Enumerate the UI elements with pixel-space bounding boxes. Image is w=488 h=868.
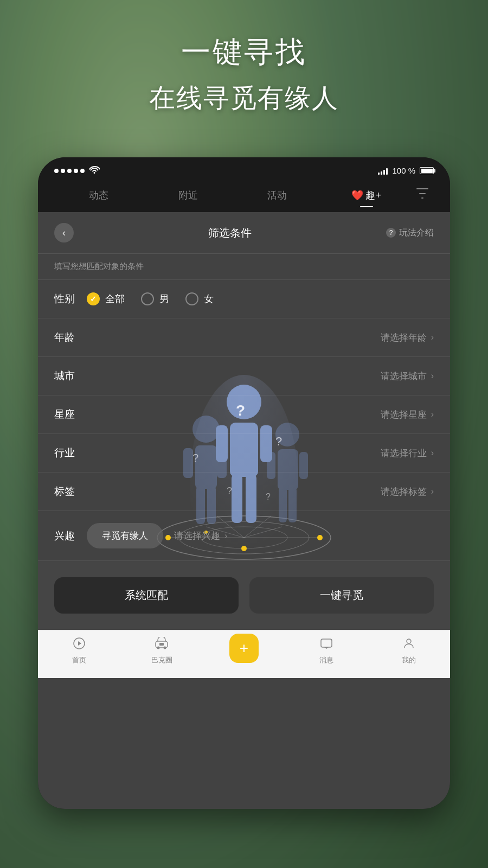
bar4 — [386, 168, 388, 175]
home-icon — [73, 637, 86, 653]
gender-male[interactable]: 男 — [141, 292, 169, 305]
svg-point-41 — [164, 647, 166, 649]
tags-label: 标签 — [54, 484, 87, 499]
zodiac-chevron: › — [431, 410, 434, 419]
dot2 — [61, 169, 65, 173]
zodiac-label: 星座 — [54, 407, 87, 422]
filter-icon[interactable] — [411, 185, 434, 206]
header-line1: 一键寻找 — [0, 33, 488, 72]
dot5 — [80, 169, 85, 173]
age-label: 年龄 — [54, 330, 87, 344]
panel-subtitle: 填写您想匹配对象的条件 — [38, 254, 450, 280]
help-icon: ? — [386, 228, 396, 238]
gender-options: ✓ 全部 男 女 — [87, 292, 434, 305]
search-button[interactable]: 一键寻觅 — [249, 577, 434, 614]
dot1 — [54, 169, 59, 173]
filter-row-industry[interactable]: 行业 请选择行业 › — [38, 434, 450, 473]
match-button[interactable]: 系统匹配 — [54, 577, 239, 614]
tab-dongtai[interactable]: 动态 — [54, 186, 144, 205]
tab-fujin[interactable]: 附近 — [144, 186, 233, 205]
plus-button[interactable]: + — [229, 634, 259, 663]
nav-message[interactable]: 消息 — [285, 637, 368, 665]
nav-message-label: 消息 — [319, 655, 333, 665]
gender-all[interactable]: ✓ 全部 — [87, 292, 125, 305]
svg-rect-42 — [159, 643, 164, 646]
svg-rect-43 — [321, 639, 332, 647]
back-button[interactable]: ‹ — [54, 223, 74, 242]
signal-bars — [378, 167, 388, 175]
interest-chevron: › — [224, 531, 227, 541]
main-panel: ‹ 筛选条件 ? 玩法介绍 填写您想匹配对象的条件 — [38, 212, 450, 809]
tab-huodong[interactable]: 活动 — [233, 186, 322, 205]
filter-row-tags[interactable]: 标签 请选择标签 › — [38, 473, 450, 511]
bar1 — [378, 173, 380, 175]
heart-icon: ❤️ — [351, 189, 363, 201]
industry-label: 行业 — [54, 446, 87, 460]
dot4 — [74, 169, 78, 173]
tab-quplus-content: ❤️ 趣+ — [322, 189, 412, 202]
dot3 — [67, 169, 72, 173]
radio-female — [185, 292, 198, 305]
interest-label: 兴趣 — [54, 529, 87, 543]
phone-mockup: 100 % 动态 附近 活动 ❤️ 趣+ — [38, 157, 450, 809]
nav-bake[interactable]: 巴克圈 — [120, 637, 203, 665]
tags-value[interactable]: 请选择标签 › — [87, 486, 434, 498]
wifi-icon — [89, 165, 100, 176]
panel-header: ‹ 筛选条件 ? 玩法介绍 — [38, 212, 450, 254]
bar3 — [383, 170, 385, 175]
header-section: 一键寻找 在线寻觅有缘人 — [0, 33, 488, 116]
filter-row-gender: 性别 ✓ 全部 男 女 — [38, 280, 450, 318]
interest-value[interactable]: 请选择兴趣 › — [174, 529, 227, 542]
tab-quplus[interactable]: ❤️ 趣+ — [322, 186, 412, 205]
city-chevron: › — [431, 371, 434, 381]
nav-tabs: 动态 附近 活动 ❤️ 趣+ — [38, 181, 450, 212]
gender-female[interactable]: 女 — [185, 292, 214, 305]
filter-row-zodiac[interactable]: 星座 请选择星座 › — [38, 395, 450, 434]
svg-marker-38 — [78, 641, 81, 646]
gender-label: 性别 — [54, 292, 87, 306]
filter-row-age[interactable]: 年龄 请选择年龄 › — [38, 318, 450, 357]
city-label: 城市 — [54, 369, 87, 383]
battery-icon — [420, 167, 434, 174]
zodiac-value[interactable]: 请选择星座 › — [87, 409, 434, 421]
bottom-nav: 首页 巴克圈 + — [38, 630, 450, 678]
battery-percent: 100 % — [392, 166, 415, 175]
nav-center: + — [203, 639, 285, 663]
svg-point-44 — [407, 639, 411, 643]
svg-point-40 — [157, 647, 160, 649]
industry-chevron: › — [431, 448, 434, 458]
industry-value[interactable]: 请选择行业 › — [87, 447, 434, 459]
message-icon — [320, 637, 333, 653]
nav-profile-label: 我的 — [402, 655, 416, 665]
bottom-buttons: 系统匹配 一键寻觅 — [38, 561, 450, 630]
bar2 — [381, 171, 382, 175]
age-value[interactable]: 请选择年龄 › — [87, 331, 434, 344]
help-link[interactable]: ? 玩法介绍 — [386, 227, 434, 239]
panel-title: 筛选条件 — [208, 226, 252, 240]
interest-button[interactable]: 寻觅有缘人 — [87, 523, 163, 548]
tags-chevron: › — [431, 487, 434, 496]
age-chevron: › — [431, 333, 434, 342]
status-left — [54, 165, 100, 176]
status-right: 100 % — [378, 166, 434, 175]
signal-dots — [54, 169, 85, 173]
bake-icon — [155, 637, 169, 653]
filter-row-interest[interactable]: 兴趣 寻觅有缘人 请选择兴趣 › — [38, 511, 450, 561]
filter-row-city[interactable]: 城市 请选择城市 › — [38, 357, 450, 395]
nav-home-label: 首页 — [72, 655, 86, 665]
city-value[interactable]: 请选择城市 › — [87, 370, 434, 382]
nav-profile[interactable]: 我的 — [368, 637, 450, 665]
profile-icon — [402, 637, 415, 653]
radio-male — [141, 292, 154, 305]
radio-all: ✓ — [87, 292, 100, 305]
status-bar: 100 % — [38, 157, 450, 181]
nav-home[interactable]: 首页 — [38, 637, 120, 665]
nav-bake-label: 巴克圈 — [151, 655, 172, 665]
header-line2: 在线寻觅有缘人 — [0, 81, 488, 116]
battery-fill — [421, 169, 433, 173]
